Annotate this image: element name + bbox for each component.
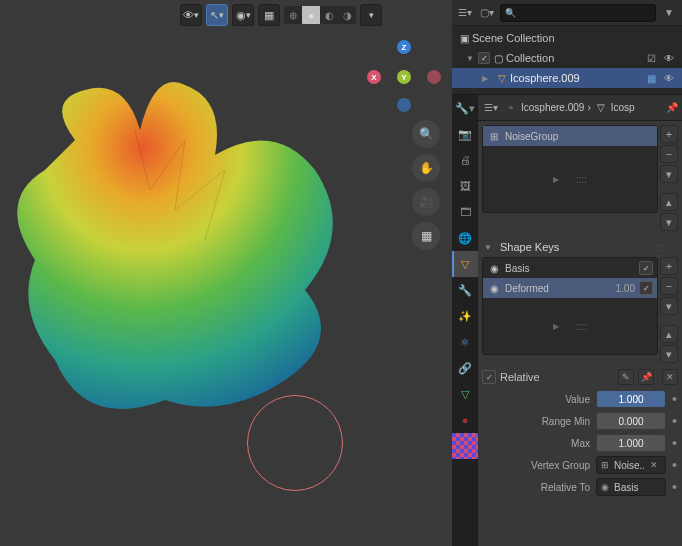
mesh-icon: ▽ [494, 71, 510, 85]
move-up-button[interactable]: ▴ [660, 325, 678, 343]
shading-solid[interactable]: ● [302, 6, 320, 24]
specials-dropdown[interactable]: ▾ [660, 165, 678, 183]
pan-tool[interactable]: ✋ [412, 154, 440, 182]
shape-key-mute[interactable] [639, 261, 653, 275]
remove-button[interactable]: − [660, 277, 678, 295]
value-field[interactable]: 1.000 [596, 390, 666, 408]
tab-modifiers[interactable]: 🔧 [452, 277, 478, 303]
tab-physics[interactable]: ⚛ [452, 329, 478, 355]
tab-render[interactable]: 📷 [452, 121, 478, 147]
disclosure-triangle[interactable]: ▶ [482, 74, 494, 83]
axis-neg-z[interactable] [397, 98, 411, 112]
tab-texture[interactable] [452, 433, 478, 459]
props-type-dropdown[interactable]: ☰▾ [482, 99, 500, 117]
zoom-tool[interactable]: 🔍 [412, 120, 440, 148]
mesh-object[interactable] [5, 60, 355, 440]
vertex-group-field[interactable]: ⊞ Noise.. ✕ [596, 456, 666, 474]
tab-mesh[interactable]: ▽ [452, 381, 478, 407]
gizmo-toggle[interactable]: ↖▾ [206, 4, 228, 26]
range-min-field[interactable]: 0.000 [596, 412, 666, 430]
shape-key-deformed[interactable]: ◉ Deformed 1.00 [483, 278, 657, 298]
shading-dropdown[interactable]: ▾ [360, 4, 382, 26]
outliner-type-dropdown[interactable]: ☰▾ [456, 4, 474, 22]
eye-icon[interactable]: 👁 [660, 73, 678, 84]
pin-icon[interactable]: 📌 [666, 102, 678, 113]
anim-dot[interactable]: • [672, 418, 678, 424]
eye-icon[interactable]: 👁 [660, 53, 678, 64]
tree-label: Icosphere.009 [510, 72, 642, 84]
relative-to-row: Relative To ◉ Basis • [482, 477, 678, 497]
outliner-scene-collection[interactable]: ▣ Scene Collection [452, 28, 682, 48]
move-down-button[interactable]: ▾ [660, 213, 678, 231]
add-button[interactable]: + [660, 257, 678, 275]
remove-button[interactable]: − [660, 145, 678, 163]
outliner-display-dropdown[interactable]: ▢▾ [478, 4, 496, 22]
collection-checkbox[interactable] [478, 52, 490, 64]
vertex-groups-section: ⊞ NoiseGroup ▶ :::: + − ▾ ▴ ▾ [482, 125, 678, 231]
tab-active-tool[interactable]: 🔧▾ [452, 95, 478, 121]
shape-key-clear[interactable]: ✕ [662, 369, 678, 385]
specials-dropdown[interactable]: ▾ [660, 297, 678, 315]
camera-tool[interactable]: 🎥 [412, 188, 440, 216]
tab-scene[interactable]: 🗔 [452, 199, 478, 225]
selectable-icon[interactable]: ▦ [642, 73, 660, 84]
anim-dot[interactable]: • [672, 462, 678, 468]
tab-output[interactable]: 🖨 [452, 147, 478, 173]
tab-world[interactable]: 🌐 [452, 225, 478, 251]
overlays-toggle[interactable]: ◉▾ [232, 4, 254, 26]
anim-dot[interactable]: • [672, 440, 678, 446]
axis-neg-x[interactable] [427, 70, 441, 84]
axis-x[interactable]: X [367, 70, 381, 84]
move-up-button[interactable]: ▴ [660, 193, 678, 211]
chevron-right-icon: › [587, 102, 590, 113]
breadcrumb-object[interactable]: Icosphere.009 [521, 102, 584, 113]
list-grip[interactable]: ▶ :::: [483, 146, 657, 212]
vertex-groups-list[interactable]: ⊞ NoiseGroup ▶ :::: [482, 125, 658, 213]
axis-gizmo[interactable]: Z Y X [364, 40, 444, 120]
max-field[interactable]: 1.000 [596, 434, 666, 452]
anim-dot[interactable]: • [672, 396, 678, 402]
tab-object-data[interactable]: ▽ [452, 251, 478, 277]
shape-key-basis[interactable]: ◉ Basis [483, 258, 657, 278]
tab-viewlayer[interactable]: 🖼 [452, 173, 478, 199]
move-down-button[interactable]: ▾ [660, 345, 678, 363]
axis-y[interactable]: Y [397, 70, 411, 84]
outliner-object[interactable]: ▶ ▽ Icosphere.009 ▦ 👁 [452, 68, 682, 88]
disclosure-triangle[interactable]: ▼ [466, 54, 478, 63]
xray-toggle[interactable]: ▦ [258, 4, 280, 26]
relative-to-field[interactable]: ◉ Basis [596, 478, 666, 496]
perspective-tool[interactable]: ▦ [412, 222, 440, 250]
relative-checkbox[interactable] [482, 370, 496, 384]
axis-z[interactable]: Z [397, 40, 411, 54]
anim-dot[interactable]: • [672, 484, 678, 490]
disclosure-triangle: ▼ [484, 243, 496, 252]
shape-key-edit-mode[interactable]: ✎ [618, 369, 634, 385]
visibility-dropdown[interactable]: 👁▾ [180, 4, 202, 26]
list-grip[interactable]: ▶ :::: [483, 298, 657, 354]
shading-rendered[interactable]: ◑ [338, 6, 356, 24]
outliner-search[interactable]: 🔍 [500, 4, 656, 22]
viewport-header: 👁▾ ↖▾ ◉▾ ▦ ⊕ ● ◐ ◑ ▾ [180, 4, 382, 26]
tab-constraints[interactable]: 🔗 [452, 355, 478, 381]
tab-particles[interactable]: ✨ [452, 303, 478, 329]
panel-drag-icon[interactable]: :::: [657, 242, 676, 253]
vertex-group-item[interactable]: ⊞ NoiseGroup [483, 126, 657, 146]
viewport-3d[interactable]: 👁▾ ↖▾ ◉▾ ▦ ⊕ ● ◐ ◑ ▾ [0, 0, 452, 546]
clear-button[interactable]: ✕ [647, 458, 661, 472]
outliner-collection[interactable]: ▼ ▢ Collection ☑ 👁 [452, 48, 682, 68]
exclude-toggle[interactable]: ☑ [642, 53, 660, 64]
outliner-filter[interactable]: ▼ [660, 4, 678, 22]
shape-key-mute[interactable] [639, 281, 653, 295]
relative-label: Relative [500, 371, 540, 383]
shape-keys-list[interactable]: ◉ Basis ◉ Deformed 1.00 ▶ :::: [482, 257, 658, 355]
shape-key-pin[interactable]: 📌 [638, 369, 654, 385]
shape-key-value[interactable]: 1.00 [603, 283, 635, 294]
tab-material[interactable]: ● [452, 407, 478, 433]
shading-matprev[interactable]: ◐ [320, 6, 338, 24]
shading-wireframe[interactable]: ⊕ [284, 6, 302, 24]
add-button[interactable]: + [660, 125, 678, 143]
breadcrumb-mesh[interactable]: Icosp [611, 102, 635, 113]
shape-keys-header[interactable]: ▼ Shape Keys :::: [482, 237, 678, 257]
vertex-group-name: NoiseGroup [505, 131, 558, 142]
vertex-group-icon: ⊞ [487, 129, 501, 143]
